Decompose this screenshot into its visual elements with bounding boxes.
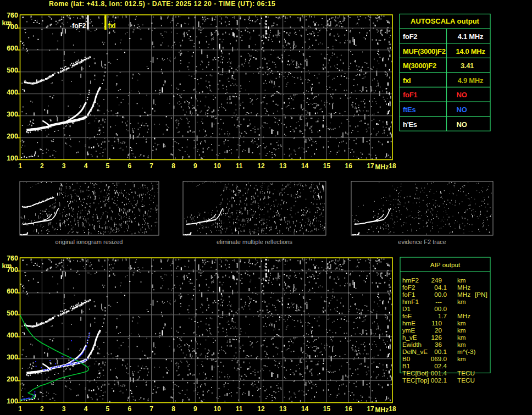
svg-text:1.7: 1.7 — [438, 312, 447, 319]
svg-text:100: 100 — [7, 397, 18, 405]
svg-text:02.4: 02.4 — [434, 362, 447, 369]
svg-text:200: 200 — [7, 375, 18, 383]
svg-text:original ionogram resized: original ionogram resized — [56, 239, 123, 245]
svg-text:400: 400 — [7, 331, 18, 339]
svg-text:hmF2: hmF2 — [402, 276, 419, 284]
svg-text:MHz: MHz — [457, 312, 470, 319]
svg-text:km: km — [457, 298, 466, 305]
svg-text:MHz: MHz — [375, 406, 389, 414]
svg-text:069.0: 069.0 — [431, 355, 447, 362]
svg-text:foF2: foF2 — [72, 22, 86, 30]
svg-text:9: 9 — [193, 162, 197, 170]
svg-text:14: 14 — [301, 405, 309, 413]
svg-text:3: 3 — [62, 405, 66, 413]
svg-text:foF1: foF1 — [402, 291, 415, 298]
svg-text:TEC[Top]: TEC[Top] — [402, 377, 429, 384]
svg-text:10: 10 — [214, 405, 221, 413]
svg-text:7: 7 — [149, 405, 153, 413]
svg-text:6: 6 — [128, 405, 131, 413]
svg-text:5: 5 — [106, 405, 110, 413]
svg-text:MHz: MHz — [375, 163, 389, 171]
svg-text:00.0: 00.0 — [434, 291, 447, 298]
svg-text:foF2: foF2 — [402, 284, 415, 291]
svg-text:foF2: foF2 — [403, 32, 417, 41]
svg-text:600: 600 — [7, 287, 18, 295]
svg-text:2: 2 — [40, 405, 44, 413]
svg-text:500: 500 — [7, 67, 18, 74]
svg-text:2: 2 — [40, 162, 44, 170]
svg-text:hmE: hmE — [402, 319, 415, 327]
svg-text:hmF1: hmF1 — [402, 298, 419, 305]
svg-text:700: 700 — [7, 266, 18, 274]
svg-text:18: 18 — [389, 405, 396, 413]
svg-text:h'Es: h'Es — [403, 120, 417, 129]
svg-text:Ewidth: Ewidth — [402, 341, 422, 348]
svg-text:evidence F2 trace: evidence F2 trace — [398, 239, 446, 245]
svg-text:m^(-3): m^(-3) — [457, 348, 476, 355]
svg-text:foE: foE — [402, 312, 412, 319]
svg-text:4.1 MHz: 4.1 MHz — [458, 32, 484, 41]
svg-text:400: 400 — [7, 88, 18, 96]
svg-text:NO: NO — [457, 106, 467, 114]
svg-text:12: 12 — [257, 405, 265, 413]
svg-text:DelN_vE: DelN_vE — [402, 348, 428, 355]
svg-text:foF1: foF1 — [403, 91, 417, 99]
svg-text:MHz: MHz — [457, 284, 470, 291]
svg-text:ymE: ymE — [402, 327, 415, 334]
svg-text:TECU: TECU — [457, 377, 475, 384]
svg-text:8: 8 — [171, 405, 175, 413]
svg-text:fxI: fxI — [108, 22, 115, 30]
svg-text:20: 20 — [435, 327, 442, 334]
svg-text:110: 110 — [431, 319, 442, 327]
svg-text:km: km — [457, 355, 466, 362]
svg-text:9: 9 — [193, 405, 197, 413]
svg-text:M(3000)F2: M(3000)F2 — [403, 62, 436, 70]
svg-text:km: km — [457, 341, 466, 348]
svg-text:Rome (lat: +41.8, lon: 012.5): Rome (lat: +41.8, lon: 012.5) - DATE: 20… — [49, 0, 275, 8]
svg-text:D1: D1 — [402, 305, 411, 312]
svg-text:760: 760 — [7, 12, 18, 19]
svg-text:8: 8 — [171, 162, 175, 170]
svg-text:TECU: TECU — [457, 369, 475, 377]
svg-text:7: 7 — [149, 162, 153, 170]
svg-text:17: 17 — [367, 405, 374, 413]
svg-text:4: 4 — [84, 162, 88, 170]
svg-text:16: 16 — [345, 162, 353, 170]
svg-text:15: 15 — [323, 162, 331, 170]
svg-text:km: km — [457, 334, 466, 341]
svg-text:126: 126 — [431, 334, 442, 341]
svg-text:km: km — [457, 276, 466, 284]
svg-text:3: 3 — [62, 162, 66, 170]
svg-text:4.9 MHz: 4.9 MHz — [458, 76, 484, 85]
svg-text:3.41: 3.41 — [461, 62, 474, 70]
svg-text:760: 760 — [7, 254, 18, 262]
svg-text:MUF(3000)F2: MUF(3000)F2 — [403, 47, 446, 56]
svg-text:km: km — [457, 319, 466, 327]
svg-text:17: 17 — [367, 162, 374, 170]
svg-text:---: --- — [435, 298, 442, 305]
svg-text:fxI: fxI — [403, 76, 411, 85]
svg-text:100: 100 — [7, 154, 18, 162]
svg-text:km: km — [457, 327, 466, 334]
svg-text:12: 12 — [257, 162, 265, 170]
svg-text:14: 14 — [301, 162, 309, 170]
svg-text:13: 13 — [279, 405, 287, 413]
svg-text:11: 11 — [236, 405, 243, 413]
svg-text:TEC[Bot]: TEC[Bot] — [402, 369, 428, 377]
svg-text:15: 15 — [323, 405, 331, 413]
svg-text:700: 700 — [7, 23, 18, 31]
svg-text:249: 249 — [431, 276, 442, 284]
svg-text:eliminate multiple reflections: eliminate multiple reflections — [217, 239, 293, 245]
svg-text:ftEs: ftEs — [403, 106, 415, 114]
svg-text:MHz: MHz — [457, 291, 470, 298]
svg-text:18: 18 — [389, 162, 396, 170]
svg-text:13: 13 — [279, 162, 287, 170]
svg-text:500: 500 — [7, 309, 18, 317]
svg-text:NO: NO — [457, 120, 467, 129]
svg-text:04.1: 04.1 — [434, 284, 447, 291]
svg-text:200: 200 — [7, 132, 18, 140]
svg-text:36: 36 — [435, 341, 442, 348]
svg-text:NO: NO — [457, 91, 467, 99]
svg-text:B0: B0 — [402, 355, 411, 362]
svg-text:5: 5 — [106, 162, 110, 170]
